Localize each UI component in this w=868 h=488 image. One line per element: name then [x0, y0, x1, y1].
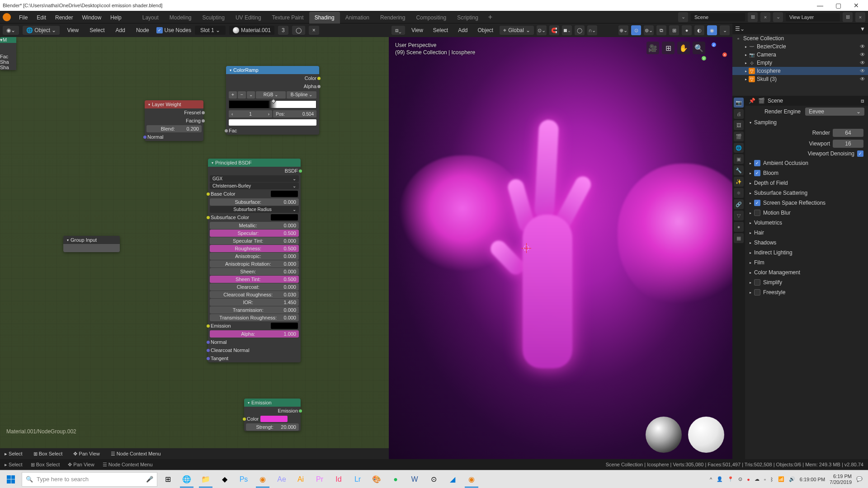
ramp-interp-select[interactable]: B-Spline ⌄: [287, 91, 316, 99]
node-emission[interactable]: ▾Emission Emission Color Strengt:20.000: [244, 399, 301, 431]
xray-toggle-icon[interactable]: ⧉: [656, 25, 666, 35]
navigation-gizmo[interactable]: Z X Y: [702, 42, 727, 68]
viewport-samples-input[interactable]: 16: [833, 140, 863, 148]
proportional-edit-icon[interactable]: ◯: [575, 25, 585, 35]
node-view-menu[interactable]: View: [63, 26, 82, 35]
input-sheen-[interactable]: Sheen:0.000: [210, 268, 299, 275]
tray-icon-3[interactable]: ▫: [764, 477, 766, 482]
overlay-toggle-icon[interactable]: ⊙: [631, 25, 641, 35]
menu-file[interactable]: File: [14, 13, 32, 23]
panel-indirect-lighting[interactable]: ▸Indirect Lighting: [745, 248, 868, 258]
node-node-menu[interactable]: Node: [132, 26, 153, 35]
node-principled-bsdf[interactable]: ▾Principled BSDF BSDF GGX⌄ Christensen-B…: [208, 159, 301, 362]
start-button[interactable]: [2, 472, 20, 487]
input-transmission-[interactable]: Transmission:0.000: [210, 306, 299, 314]
use-nodes-checkbox[interactable]: ✓Use Nodes: [156, 27, 191, 33]
outliner-scene-collection[interactable]: Scene Collection: [743, 35, 784, 42]
prop-tab-output[interactable]: 🖨: [734, 109, 744, 119]
menu-window[interactable]: Window: [77, 13, 106, 23]
outliner-row-icosphere[interactable]: ▸▽Icosphere👁: [732, 67, 868, 75]
scene-browse-icon[interactable]: ⌄: [678, 12, 688, 22]
wifi-icon[interactable]: 📶: [778, 476, 784, 482]
tray-icon-2[interactable]: ●: [747, 477, 750, 482]
outliner-row-beziercircle[interactable]: ▸〰BezierCircle👁: [732, 42, 868, 51]
app-icon-4[interactable]: ◢: [444, 471, 461, 488]
shading-options-icon[interactable]: ⌄: [720, 25, 730, 35]
workspace-tab-rendering[interactable]: Rendering: [375, 12, 410, 23]
minimize-button[interactable]: —: [811, 2, 829, 9]
blender-icon[interactable]: ◉: [254, 471, 271, 488]
menu-edit[interactable]: Edit: [32, 13, 51, 23]
panel-sampling[interactable]: ▾Sampling: [745, 117, 868, 127]
panel-motion-blur[interactable]: ▸Motion Blur: [745, 208, 868, 218]
workspace-tab-texture-paint[interactable]: Texture Paint: [267, 12, 309, 23]
output-fresnel-socket[interactable]: Fresnel: [184, 110, 201, 115]
prop-tab-viewlayer[interactable]: 🖼: [734, 120, 744, 130]
shading-wireframe-icon[interactable]: ⊞: [669, 25, 679, 35]
node-layer-weight[interactable]: ▾Layer Weight Fresnel Facing Blend:0.200…: [145, 100, 203, 141]
blender-taskbar-icon[interactable]: ◉: [463, 471, 480, 488]
outliner-type-icon[interactable]: ☰⌄: [735, 26, 745, 32]
task-view-icon[interactable]: ⊞: [159, 471, 176, 488]
spotify-icon[interactable]: ●: [387, 471, 404, 488]
node-add-menu[interactable]: Add: [112, 26, 129, 35]
volume-icon[interactable]: 🔊: [789, 476, 795, 482]
input-tangent[interactable]: Tangent: [208, 354, 301, 362]
shading-lookdev-icon[interactable]: ◐: [694, 25, 704, 35]
prop-tab-object[interactable]: ▣: [734, 154, 744, 164]
panel-simplify[interactable]: ▸Simplify: [745, 277, 868, 287]
tray-icon-1[interactable]: ⊙: [738, 476, 742, 482]
material-unlink-icon[interactable]: ×: [309, 26, 319, 35]
view-layer-field[interactable]: View Layer: [786, 13, 840, 21]
normal-socket[interactable]: Normal: [147, 134, 163, 140]
panel-film[interactable]: ▸Film: [745, 258, 868, 267]
emission-color-swatch[interactable]: [260, 416, 288, 422]
scene-data-label[interactable]: Scene: [768, 98, 783, 104]
blend-drag[interactable]: Blend:0.200: [146, 125, 202, 132]
premiere-icon[interactable]: Pr: [311, 471, 328, 488]
input-subsurface-radius[interactable]: Subsurface Radius⌄: [210, 206, 299, 213]
input-base-color[interactable]: Base Color: [208, 190, 301, 198]
outliner-filter-icon[interactable]: ▼: [860, 26, 865, 32]
system-clock[interactable]: 6:19 PM 7/20/2019: [830, 474, 852, 485]
input-anisotropic-rotation-[interactable]: Anisotropic Rotation:0.000: [210, 260, 299, 267]
input-ior-[interactable]: IOR:1.450: [210, 299, 299, 306]
input-emission[interactable]: Emission: [208, 322, 301, 330]
lightroom-icon[interactable]: Lr: [349, 471, 366, 488]
sss-method-select[interactable]: Christensen-Burley⌄: [210, 183, 299, 189]
ramp-pos-drag[interactable]: Pos:0.504: [273, 110, 316, 117]
ramp-remove-stop-icon[interactable]: −: [238, 91, 246, 99]
input-transmission-roughness-[interactable]: Transmission Roughness:0.000: [210, 314, 299, 321]
outliner-row-camera[interactable]: ▸📷Camera👁: [732, 51, 868, 59]
viewlayer-browse-icon[interactable]: ⌄: [773, 12, 783, 22]
prop-tab-world[interactable]: 🌐: [734, 143, 744, 153]
preset-icon[interactable]: ⧈: [861, 98, 864, 104]
outliner-row-skull--3-[interactable]: ▸▽Skull (3)👁: [732, 75, 868, 83]
pivot-icon[interactable]: ⊙⌄: [537, 25, 547, 35]
toggle-camera-icon[interactable]: ⊞: [662, 42, 675, 54]
panel-ambient-occlusion[interactable]: ▸✓Ambient Occlusion: [745, 158, 868, 168]
vp-select-menu[interactable]: Select: [429, 26, 452, 35]
scene-new-icon[interactable]: ⊞: [748, 12, 758, 22]
input-normal[interactable]: Normal: [208, 338, 301, 346]
panel-subsurface-scattering[interactable]: ▸Subsurface Scattering: [745, 188, 868, 198]
snap-type-icon[interactable]: ⏹⌄: [562, 25, 572, 35]
notifications-icon[interactable]: 💬: [856, 476, 863, 482]
snap-toggle-icon[interactable]: 🧲: [549, 25, 559, 35]
ramp-add-stop-icon[interactable]: +: [229, 91, 237, 99]
panel-screen-space-reflections[interactable]: ▸✓Screen Space Reflections: [745, 198, 868, 208]
photoshop-icon[interactable]: Ps: [235, 471, 252, 488]
workspace-tab-sculpting[interactable]: Sculpting: [197, 12, 230, 23]
gizmo-visibility-icon[interactable]: ⊕⌄: [618, 25, 628, 35]
ramp-tools-icon[interactable]: ⌄: [247, 91, 255, 99]
prop-tab-modifiers[interactable]: 🔧: [734, 165, 744, 175]
ramp-gradient[interactable]: [229, 100, 316, 108]
node-canvas[interactable]: ▾Layer Weight Fresnel Facing Blend:0.200…: [0, 37, 389, 448]
close-button[interactable]: ✕: [847, 2, 865, 9]
prop-tab-texture[interactable]: ▦: [734, 233, 744, 243]
prop-tab-scene[interactable]: 🎬: [734, 131, 744, 141]
input-subsurface-[interactable]: Subsurface:0.000: [210, 198, 299, 206]
panel-depth-of-field[interactable]: ▸Depth of Field: [745, 178, 868, 188]
ramp-stop-color[interactable]: [229, 119, 316, 126]
material-users-count[interactable]: 3: [278, 26, 288, 35]
